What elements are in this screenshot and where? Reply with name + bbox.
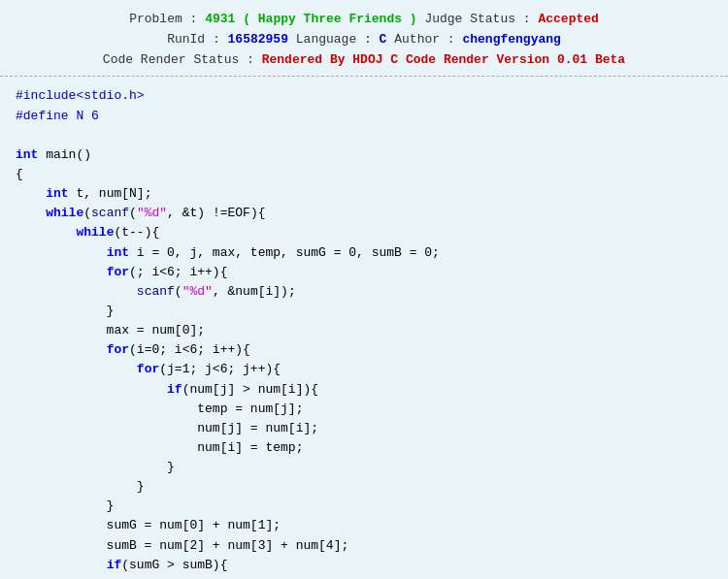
- runid-label: RunId :: [167, 32, 227, 47]
- code-line-15-kw: for: [137, 362, 159, 376]
- code-line-24: sumB = num[2] + num[3] + num[4];: [16, 538, 348, 553]
- problem-id: 4931: [205, 12, 235, 26]
- code-line-17: temp = num[j];: [16, 402, 303, 416]
- code-line-25-rest: (sumG > sumB){: [121, 558, 227, 572]
- header: Problem : 4931 ( Happy Three Friends ) J…: [0, 0, 728, 77]
- code-line-7-func: scanf: [91, 206, 129, 220]
- code-area: #include<stdio.h> #define N 6 int main()…: [0, 77, 728, 579]
- code-line-22: }: [16, 499, 114, 513]
- judge-label: Judge Status :: [417, 12, 539, 26]
- code-line-5: {: [16, 167, 23, 181]
- code-line-18: num[j] = num[i];: [16, 421, 318, 435]
- code-line-8-indent: [16, 225, 76, 240]
- code-line-15-rest: (j=1; j<6; j++){: [159, 362, 281, 376]
- author-label: Author :: [386, 32, 462, 47]
- code-line-8-kw: while: [76, 225, 114, 240]
- header-line2: RunId : 16582959 Language : C Author : c…: [0, 30, 728, 50]
- code-line-6-type: int: [46, 186, 68, 201]
- code-line-15-indent: [16, 362, 137, 376]
- code-line-14-kw: for: [107, 342, 129, 357]
- code-line-6-indent: [16, 186, 46, 201]
- render-value: Rendered By HDOJ C Code Render Version 0…: [262, 52, 625, 67]
- code-line-7-indent: [16, 206, 46, 220]
- code-line-11-rest: , &num[i]);: [213, 284, 296, 299]
- code-line-8-rest: (t--){: [114, 225, 159, 240]
- code-line-11-str: "%d": [182, 284, 213, 299]
- code-line-1: #include<stdio.h>: [16, 88, 145, 103]
- code-line-16-rest: (num[j] > num[i]){: [182, 382, 318, 397]
- code-line-25-kw: if: [107, 558, 122, 572]
- code-line-16-indent: [16, 382, 167, 397]
- run-id: 16582959: [228, 32, 288, 47]
- code-line-2: #define N 6: [16, 109, 99, 123]
- code-line-20: }: [16, 460, 175, 474]
- code-line-9-type: int: [107, 245, 129, 260]
- code-line-14-indent: [16, 342, 107, 357]
- code-line-7-str: "%d": [137, 206, 167, 220]
- code-line-12: }: [16, 304, 114, 318]
- header-line1: Problem : 4931 ( Happy Three Friends ) J…: [0, 10, 728, 30]
- code-line-10-indent: [16, 265, 107, 279]
- code-line-10-kw: for: [107, 265, 129, 279]
- code-line-7-p2: (: [129, 206, 137, 220]
- author-value: chengfengyang: [462, 32, 560, 47]
- code-line-7-kw1: while: [46, 206, 83, 220]
- code-line-9-indent: [16, 245, 107, 260]
- code-line-11-func: scanf: [137, 284, 175, 299]
- code-line-4-rest: main(): [38, 147, 91, 162]
- header-line3: Code Render Status : Rendered By HDOJ C …: [0, 50, 728, 71]
- code-line-14-rest: (i=0; i<6; i++){: [129, 342, 250, 357]
- lang-label: Language :: [288, 32, 380, 47]
- code-line-7-p1: (: [83, 206, 91, 220]
- code-line-21: }: [16, 479, 145, 494]
- problem-name: ( Happy Three Friends ): [235, 12, 416, 26]
- code-line-25-indent: [16, 558, 107, 572]
- code-line-7-rest: , &t) !=EOF){: [167, 206, 265, 220]
- render-label: Code Render Status :: [103, 52, 262, 67]
- code-line-10-rest: (; i<6; i++){: [129, 265, 227, 279]
- code-line-16-kw: if: [167, 382, 182, 397]
- code-line-11-p1: (: [175, 284, 182, 299]
- code-line-11-indent: [16, 284, 137, 299]
- code-line-4-type: int: [16, 147, 38, 162]
- judge-status: Accepted: [538, 12, 598, 26]
- code-line-23: sumG = num[0] + num[1];: [16, 518, 281, 532]
- problem-label: Problem :: [129, 12, 205, 26]
- code-line-13: max = num[0];: [16, 323, 205, 338]
- code-line-9-rest: i = 0, j, max, temp, sumG = 0, sumB = 0;: [129, 245, 440, 260]
- code-line-19: num[i] = temp;: [16, 440, 303, 455]
- code-line-6-rest: t, num[N];: [69, 186, 152, 201]
